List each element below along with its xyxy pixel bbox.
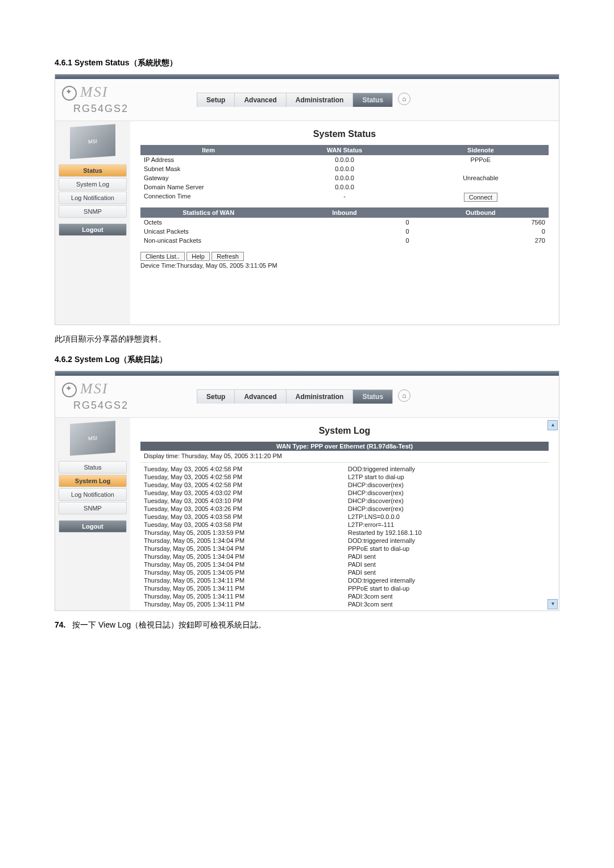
stats-table-header: Statistics of WAN Inbound Outbound: [140, 207, 549, 218]
log-message: DHCP:discover(rex): [345, 481, 549, 489]
table-row: Unicast Packets00: [140, 227, 549, 236]
window-titlebar: [55, 74, 559, 79]
col-stats-wan: Statistics of WAN: [140, 207, 276, 218]
home-icon[interactable]: ⌂: [398, 93, 410, 105]
tab-administration[interactable]: Administration: [286, 389, 354, 404]
log-message: L2TP start to dial-up: [345, 473, 549, 481]
help-button[interactable]: Help: [186, 252, 210, 261]
log-timestamp: Thursday, May 05, 2005 1:34:04 PM: [140, 553, 345, 560]
log-timestamp: Tuesday, May 03, 2005 4:02:58 PM: [140, 473, 345, 481]
sidebar-item-log-notification[interactable]: Log Notification: [59, 192, 127, 204]
log-entry: Tuesday, May 03, 2005 4:02:58 PML2TP sta…: [140, 473, 549, 481]
doc-heading-2: 4.6.2 System Log（系統日誌）: [55, 355, 559, 365]
tab-administration[interactable]: Administration: [286, 93, 354, 107]
product-image: MSI: [70, 124, 115, 159]
log-timestamp: Thursday, May 05, 2005 1:34:04 PM: [140, 537, 345, 545]
log-entry: Thursday, May 05, 2005 1:34:04 PMDOD:tri…: [140, 537, 549, 545]
doc-heading-1: 4.6.1 System Status（系統狀態）: [55, 58, 559, 68]
main-content: System Status Item WAN Status Sidenote I…: [130, 121, 559, 325]
tab-setup[interactable]: Setup: [197, 93, 235, 107]
main-content: System Log WAN Type: PPP over Ethernet (…: [130, 418, 559, 610]
log-timestamp: Thursday, May 05, 2005 1:34:11 PM: [140, 584, 345, 592]
tab-advanced[interactable]: Advanced: [234, 389, 286, 404]
product-image: MSI: [70, 421, 115, 456]
main-tabs: Setup Advanced Administration Status ⌂: [197, 389, 410, 404]
log-entry: Tuesday, May 03, 2005 4:03:58 PML2TP:err…: [140, 521, 549, 529]
table-row: Connection Time-Connect: [140, 192, 549, 203]
table-row: Octets07560: [140, 218, 549, 227]
log-message: PADI:3com sent: [345, 592, 549, 600]
window-titlebar: [55, 371, 559, 376]
log-message: DOD:triggered internally: [345, 465, 549, 473]
log-entry: Thursday, May 05, 2005 1:34:11 PMPADI:3c…: [140, 600, 549, 608]
log-entry: Tuesday, May 03, 2005 4:02:58 PMDOD:trig…: [140, 465, 549, 473]
brand-logo: ✦MSI: [62, 84, 128, 101]
caption-1: 此項目顯示分享器的靜態資料。: [55, 334, 559, 344]
connect-button[interactable]: Connect: [464, 193, 497, 202]
log-message: PADI sent: [345, 568, 549, 576]
log-timestamp: Tuesday, May 03, 2005 4:03:10 PM: [140, 497, 345, 505]
sidebar-item-snmp[interactable]: SNMP: [59, 205, 127, 218]
tab-setup[interactable]: Setup: [197, 389, 235, 404]
logo-icon: ✦: [62, 383, 77, 397]
main-tabs: Setup Advanced Administration Status ⌂: [197, 93, 410, 107]
model-label: RG54GS2: [73, 400, 128, 412]
log-timestamp: Tuesday, May 03, 2005 4:03:58 PM: [140, 521, 345, 529]
display-time-label: Display time: Thursday, May 05, 2005 3:1…: [140, 451, 549, 461]
log-entry: Tuesday, May 03, 2005 4:03:10 PMDHCP:dis…: [140, 497, 549, 505]
col-sidenote: Sidenote: [413, 145, 549, 155]
scroll-down-icon[interactable]: ▾: [547, 599, 558, 609]
sidebar-item-logout[interactable]: Logout: [59, 520, 127, 533]
log-timestamp: Tuesday, May 03, 2005 4:03:26 PM: [140, 505, 345, 513]
sidebar-item-log-notification[interactable]: Log Notification: [59, 488, 127, 501]
sidebar-item-status[interactable]: Status: [59, 461, 127, 474]
log-message: DOD:triggered internally: [345, 537, 549, 545]
log-timestamp: Thursday, May 05, 2005 1:34:11 PM: [140, 576, 345, 584]
tab-advanced[interactable]: Advanced: [234, 93, 286, 107]
log-message: DHCP:discover(rex): [345, 505, 549, 513]
logo-icon: ✦: [62, 86, 77, 101]
log-entry: Thursday, May 05, 2005 1:34:11 PMPADI:3c…: [140, 592, 549, 600]
log-timestamp: Tuesday, May 03, 2005 4:03:02 PM: [140, 489, 345, 497]
table-row: Non-unicast Packets0270: [140, 236, 549, 245]
table-row: Subnet Mask0.0.0.0: [140, 164, 549, 173]
log-timestamp: Thursday, May 05, 2005 1:34:11 PM: [140, 592, 345, 600]
scroll-up-icon[interactable]: ▴: [547, 420, 558, 430]
sidebar-item-system-log[interactable]: System Log: [59, 178, 127, 190]
log-timestamp: Thursday, May 05, 2005 1:33:59 PM: [140, 529, 345, 537]
table-row: Gateway0.0.0.0Unreachable: [140, 173, 549, 182]
wan-type-label: WAN Type: PPP over Ethernet (R1.97d8a-Te…: [140, 442, 549, 451]
footer-text: 按一下 View Log（檢視日誌）按鈕即可檢視系統日誌。: [72, 620, 266, 629]
log-entry: Thursday, May 05, 2005 1:34:11 PMDOD:tri…: [140, 576, 549, 584]
col-wan-status: WAN Status: [276, 145, 412, 155]
screenshot-system-log: ✦MSI RG54GS2 Setup Advanced Administrati…: [55, 371, 559, 611]
tab-status[interactable]: Status: [352, 93, 393, 107]
sidebar-item-status[interactable]: Status: [59, 164, 127, 177]
log-message: PADI sent: [345, 560, 549, 568]
log-entry: Thursday, May 05, 2005 1:34:04 PMPADI se…: [140, 553, 549, 560]
log-message: PPPoE start to dial-up: [345, 584, 549, 592]
log-timestamp: Thursday, May 05, 2005 1:34:11 PM: [140, 600, 345, 608]
log-message: DOD:triggered internally: [345, 576, 549, 584]
log-message: DHCP:discover(rex): [345, 497, 549, 505]
clients-list-button[interactable]: Clients List..: [140, 252, 185, 261]
log-entry: Thursday, May 05, 2005 1:34:04 PMPPPoE s…: [140, 545, 549, 553]
log-message: L2TP:LNS=0.0.0.0: [345, 513, 549, 521]
refresh-button[interactable]: Refresh: [211, 252, 244, 261]
model-label: RG54GS2: [73, 103, 128, 115]
sidebar-item-snmp[interactable]: SNMP: [59, 502, 127, 514]
log-timestamp: Thursday, May 05, 2005 1:34:04 PM: [140, 560, 345, 568]
wan-table-header: Item WAN Status Sidenote: [140, 145, 549, 155]
log-message: Restarted by 192.168.1.10: [345, 529, 549, 537]
col-outbound: Outbound: [413, 207, 549, 218]
sidebar-item-system-log[interactable]: System Log: [59, 475, 127, 487]
log-message: PPPoE start to dial-up: [345, 545, 549, 553]
col-inbound: Inbound: [276, 207, 412, 218]
sec-cn: （系統日誌）: [119, 355, 167, 364]
home-icon[interactable]: ⌂: [398, 389, 410, 402]
sidebar-item-logout[interactable]: Logout: [59, 223, 127, 236]
tab-status[interactable]: Status: [352, 389, 393, 404]
table-row: IP Address0.0.0.0PPPoE: [140, 155, 549, 164]
log-entry: Tuesday, May 03, 2005 4:03:58 PML2TP:LNS…: [140, 513, 549, 521]
log-entry: Tuesday, May 03, 2005 4:03:02 PMDHCP:dis…: [140, 489, 549, 497]
